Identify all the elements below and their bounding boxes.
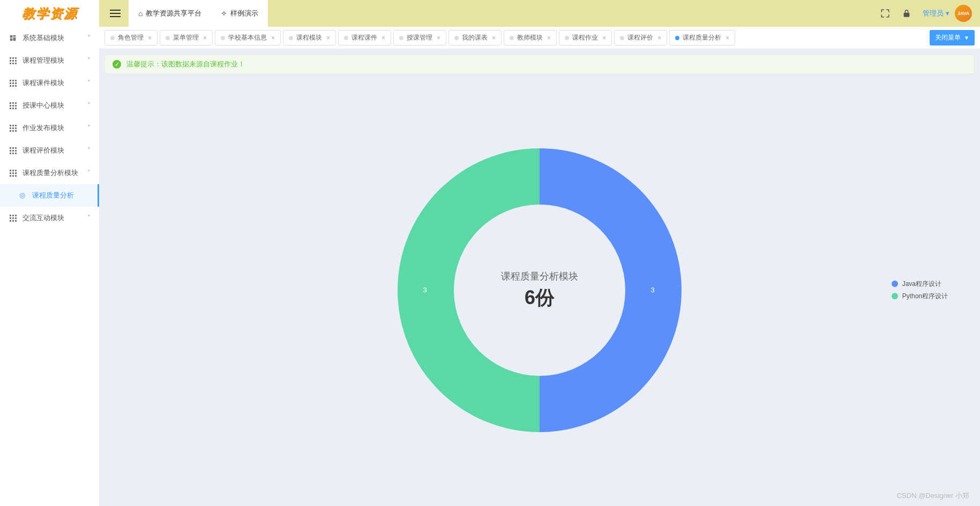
donut-chart: 课程质量分析模块 6份 33: [390, 140, 690, 440]
check-icon: ✓: [113, 60, 121, 69]
caret-down-icon: ▼: [964, 35, 969, 41]
sidebar-item-label: 交流互动模块: [23, 213, 87, 223]
tab-9[interactable]: 课程评价×: [614, 30, 667, 46]
sidebar-item-5[interactable]: 课程评价模块˅: [0, 139, 99, 162]
sidebar-item-3[interactable]: 授课中心模块˅: [0, 94, 99, 117]
tab-dot-icon: [620, 36, 624, 40]
chevron-down-icon: ˅: [87, 79, 91, 87]
watermark: CSDN @Designer 小郑: [897, 491, 969, 501]
tab-label: 课程课件: [351, 33, 377, 42]
tab-label: 课程模块: [296, 33, 322, 42]
tab-dot-icon: [454, 36, 459, 40]
sidebar-item-6[interactable]: 课程质量分析模块˄: [0, 162, 99, 184]
grid-icon: [9, 56, 17, 65]
sidebar-item-label: 课程课件模块: [23, 78, 87, 88]
sidebar-item-2[interactable]: 课程课件模块˅: [0, 72, 99, 94]
grid-icon: [9, 214, 17, 222]
sparkle-icon: ✧: [221, 9, 227, 18]
sidebar-item-7[interactable]: 交流互动模块˅: [0, 207, 99, 229]
tab-dot-icon: [344, 36, 348, 40]
chevron-up-icon: ˄: [87, 169, 91, 177]
dashboard-icon: [9, 34, 17, 42]
tab-7[interactable]: 教师模块×: [504, 30, 557, 46]
chevron-down-icon: ˅: [87, 57, 91, 64]
tab-label: 教师模块: [517, 33, 543, 42]
close-icon[interactable]: ×: [203, 34, 207, 42]
sidebar: 教学资源 系统基础模块˅课程管理模块˅课程课件模块˅授课中心模块˅作业发布模块˅…: [0, 0, 99, 506]
close-icon[interactable]: ×: [657, 34, 661, 42]
tab-dot-icon: [221, 36, 225, 40]
close-icon[interactable]: ×: [271, 34, 275, 42]
sidebar-menu: 系统基础模块˅课程管理模块˅课程课件模块˅授课中心模块˅作业发布模块˅课程评价模…: [0, 27, 99, 506]
chart-title: 课程质量分析模块: [501, 269, 578, 282]
close-icon[interactable]: ×: [547, 34, 551, 42]
tab-4[interactable]: 课程课件×: [338, 30, 391, 46]
tab-2[interactable]: 学校基本信息×: [215, 30, 281, 46]
admin-dropdown[interactable]: 管理员 ▾: [923, 9, 949, 18]
slice-value-1: 3: [423, 286, 427, 294]
grid-icon: [9, 101, 17, 110]
grid-icon: [9, 79, 17, 87]
hint-text: 温馨提示：该图数据来源自课程作业！: [126, 59, 245, 69]
tab-0[interactable]: 角色管理×: [104, 30, 158, 46]
svg-rect-0: [10, 35, 13, 38]
tab-dot-icon: [166, 36, 170, 40]
hint-bar: ✓ 温馨提示：该图数据来源自课程作业！: [104, 55, 975, 74]
tab-label: 授课管理: [407, 33, 432, 42]
demo-label: 样例演示: [230, 9, 258, 18]
header: ⌂ 教学资源共享平台 ✧ 样例演示 管理员 ▾ JAVA: [99, 0, 980, 27]
grid-icon: [9, 124, 17, 132]
chevron-down-icon: ˅: [87, 147, 91, 154]
avatar[interactable]: JAVA: [955, 5, 972, 22]
close-icon[interactable]: ×: [437, 34, 440, 42]
sidebar-item-1[interactable]: 课程管理模块˅: [0, 49, 99, 72]
sidebar-item-label: 课程评价模块: [23, 146, 87, 155]
sidebar-sub-label: 课程质量分析: [32, 191, 74, 200]
content: ✓ 温馨提示：该图数据来源自课程作业！ 课程质量分析模块 6份 33 Java程…: [99, 49, 980, 506]
svg-rect-2: [13, 37, 16, 41]
tab-dot-icon: [110, 36, 115, 40]
legend-item-1[interactable]: Python程序设计: [892, 292, 948, 301]
sidebar-item-label: 课程质量分析模块: [23, 168, 87, 178]
slice-value-0: 3: [651, 286, 655, 294]
sidebar-item-0[interactable]: 系统基础模块˅: [0, 27, 99, 49]
close-icon[interactable]: ×: [725, 34, 729, 42]
tab-label: 菜单管理: [173, 33, 199, 42]
legend-item-0[interactable]: Java程序设计: [892, 280, 948, 289]
close-menu-label: 关闭菜单: [935, 33, 961, 42]
svg-rect-3: [10, 39, 13, 41]
svg-rect-1: [13, 35, 16, 37]
tab-6[interactable]: 我的课表×: [448, 30, 502, 46]
tab-label: 课程作业: [572, 33, 598, 42]
sidebar-item-label: 授课中心模块: [23, 101, 87, 110]
close-icon[interactable]: ×: [492, 34, 496, 42]
chart-total: 6份: [501, 284, 578, 311]
close-icon[interactable]: ×: [326, 34, 330, 42]
tab-dot-icon: [289, 36, 293, 40]
lock-button[interactable]: [898, 5, 915, 22]
menu-toggle-button[interactable]: [107, 5, 123, 21]
grid-icon: [9, 169, 17, 177]
platform-home-button[interactable]: ⌂ 教学资源共享平台: [129, 0, 211, 27]
legend-dot-icon: [892, 293, 898, 299]
chevron-down-icon: ˅: [87, 214, 91, 222]
sidebar-item-4[interactable]: 作业发布模块˅: [0, 117, 99, 139]
sidebar-item-label: 作业发布模块: [23, 123, 87, 133]
tab-10[interactable]: 课程质量分析×: [669, 30, 735, 46]
target-icon: ◎: [19, 191, 28, 200]
close-icon[interactable]: ×: [148, 34, 152, 42]
close-menu-dropdown[interactable]: 关闭菜单▼: [930, 30, 975, 46]
legend-dot-icon: [892, 281, 898, 287]
tab-8[interactable]: 课程作业×: [559, 30, 612, 46]
tab-dot-icon: [399, 36, 403, 40]
demo-button[interactable]: ✧ 样例演示: [211, 0, 268, 27]
tab-1[interactable]: 菜单管理×: [160, 30, 213, 46]
close-icon[interactable]: ×: [602, 34, 606, 42]
close-icon[interactable]: ×: [381, 34, 385, 42]
grid-icon: [9, 146, 17, 155]
tab-5[interactable]: 授课管理×: [393, 30, 446, 46]
fullscreen-button[interactable]: [877, 5, 894, 22]
sidebar-sub-active[interactable]: ◎课程质量分析: [0, 184, 99, 207]
tab-3[interactable]: 课程模块×: [283, 30, 336, 46]
chart-container: 课程质量分析模块 6份 33 Java程序设计Python程序设计 CSDN @…: [99, 74, 980, 506]
